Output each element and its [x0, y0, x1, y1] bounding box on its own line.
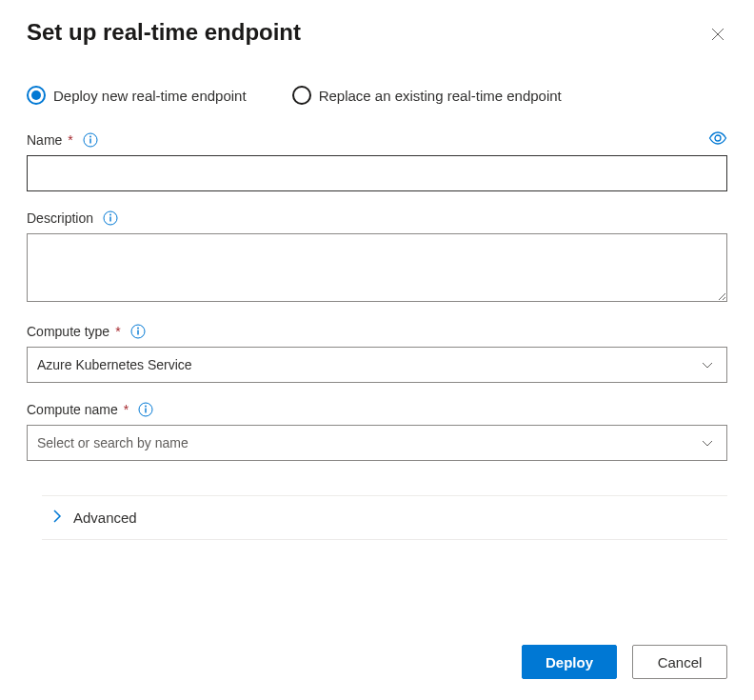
close-button[interactable]: [708, 25, 727, 44]
radio-deploy-new-label: Deploy new real-time endpoint: [53, 88, 247, 104]
name-info-icon[interactable]: [83, 132, 98, 148]
chevron-down-icon: [702, 435, 713, 450]
required-indicator: *: [115, 324, 120, 339]
chevron-down-icon: [702, 357, 713, 372]
advanced-label: Advanced: [73, 510, 137, 526]
deploy-mode-radio-group: Deploy new real-time endpoint Replace an…: [27, 86, 727, 105]
chevron-right-icon: [53, 510, 62, 526]
close-icon: [710, 27, 725, 42]
svg-rect-9: [137, 330, 138, 335]
required-indicator: *: [124, 402, 129, 417]
compute-name-label: Compute name: [27, 402, 118, 417]
svg-rect-12: [145, 409, 146, 413]
compute-type-select[interactable]: Azure Kubernetes Service: [27, 347, 727, 383]
svg-point-5: [109, 214, 111, 216]
advanced-toggle[interactable]: Advanced: [42, 510, 727, 526]
radio-deploy-new[interactable]: Deploy new real-time endpoint: [27, 86, 247, 105]
visibility-icon[interactable]: [708, 131, 727, 148]
compute-type-info-icon[interactable]: [130, 324, 146, 339]
svg-point-11: [145, 406, 147, 408]
svg-point-8: [137, 328, 139, 330]
radio-replace-existing-label: Replace an existing real-time endpoint: [319, 88, 562, 104]
svg-point-3: [715, 135, 721, 141]
radio-unselected-icon: [292, 86, 311, 105]
description-label: Description: [27, 210, 93, 226]
svg-point-1: [89, 135, 91, 137]
required-indicator: *: [68, 132, 72, 148]
radio-replace-existing[interactable]: Replace an existing real-time endpoint: [292, 86, 562, 105]
description-input[interactable]: [27, 233, 727, 302]
name-label: Name: [27, 132, 62, 148]
svg-rect-2: [89, 138, 90, 143]
compute-type-label: Compute type: [27, 324, 109, 339]
compute-name-placeholder: Select or search by name: [37, 435, 188, 450]
radio-selected-icon: [27, 86, 46, 105]
svg-rect-6: [109, 217, 110, 222]
compute-name-info-icon[interactable]: [138, 402, 153, 417]
name-input[interactable]: [27, 155, 727, 191]
cancel-button[interactable]: Cancel: [632, 645, 727, 679]
compute-name-select[interactable]: Select or search by name: [27, 425, 727, 461]
dialog-title: Set up real-time endpoint: [27, 19, 301, 46]
deploy-button[interactable]: Deploy: [522, 645, 617, 679]
description-info-icon[interactable]: [103, 210, 118, 226]
compute-type-value: Azure Kubernetes Service: [37, 357, 192, 372]
